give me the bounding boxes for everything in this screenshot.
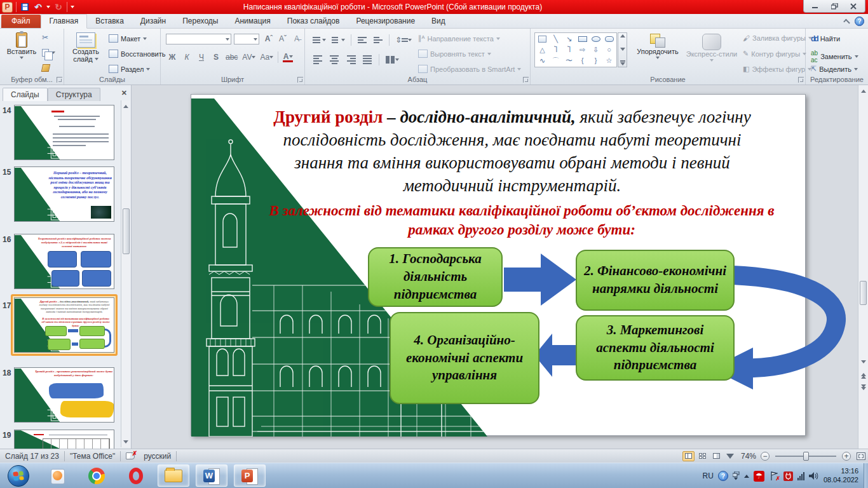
gallery-down-icon[interactable] xyxy=(620,48,625,51)
font-dialog-launcher[interactable] xyxy=(297,77,303,83)
shape-fill-button[interactable]: 🖌Заливка фигуры xyxy=(743,34,812,42)
show-desktop-button[interactable] xyxy=(864,463,868,488)
arrange-button[interactable]: Упорядочить xyxy=(632,34,683,59)
panel-scroll-down-icon[interactable] xyxy=(121,437,130,446)
bold-button[interactable]: Ж xyxy=(167,52,177,62)
slide-canvas[interactable]: Другий розділ – дослідно-аналітичний, як… xyxy=(191,94,806,436)
slide-thumbnail-15[interactable]: Перший розділ – теоретичний, містить тео… xyxy=(14,166,114,222)
shape-triangle-icon[interactable]: △ xyxy=(536,44,549,55)
select-button[interactable]: ⇱Выделить xyxy=(811,65,858,73)
box-4-organizational-economic[interactable]: 4. Організаційно-економічні аспекти упра… xyxy=(390,312,539,404)
help-icon[interactable]: ? xyxy=(855,17,864,26)
clipboard-dialog-launcher[interactable] xyxy=(57,77,62,83)
show-hidden-icons-button[interactable] xyxy=(744,475,749,478)
justify-button[interactable] xyxy=(362,55,372,65)
shape-effects-button[interactable]: ◧Эффекты фигур xyxy=(743,65,811,73)
drawing-dialog-launcher[interactable] xyxy=(798,77,804,83)
taskbar-word-button[interactable] xyxy=(196,464,227,487)
increase-indent-button[interactable] xyxy=(373,35,383,45)
scroll-up-icon[interactable] xyxy=(859,86,867,95)
collapse-ribbon-icon[interactable] xyxy=(843,19,850,26)
shape-textbox-icon[interactable] xyxy=(536,34,549,44)
tab-home[interactable]: Главная xyxy=(41,14,88,29)
copy-button[interactable] xyxy=(42,49,55,57)
taskbar-explorer-button[interactable] xyxy=(158,464,189,487)
slide-thumbnail-18[interactable]: Третій розділ - проектно-рекомендаційний… xyxy=(14,367,114,423)
zoom-slider[interactable] xyxy=(775,456,836,457)
box-3-marketing-aspects[interactable]: 3. Маркетингові аспекти діяльності підпр… xyxy=(576,315,735,381)
reading-view-button[interactable] xyxy=(710,451,722,461)
close-button[interactable] xyxy=(844,1,862,11)
align-right-button[interactable] xyxy=(346,55,356,65)
network-signal-icon[interactable] xyxy=(797,472,804,480)
shape-left-brace-icon[interactable]: { xyxy=(576,55,589,65)
tray-help-icon[interactable]: ? xyxy=(718,471,728,481)
tab-outline[interactable]: Структура xyxy=(48,88,100,101)
shapes-gallery[interactable]: ╲ ↘ △ Ⴈ Ⴈ ⇨ ⇩ ○ ∿ ⌒ 〜 { } ☆ xyxy=(534,32,617,67)
fit-to-window-button[interactable] xyxy=(857,452,865,460)
shape-arrow-icon[interactable]: ↘ xyxy=(562,34,576,44)
tab-file[interactable]: Файл xyxy=(1,15,41,28)
next-slide-button[interactable] xyxy=(859,383,867,391)
panel-scrollbar[interactable] xyxy=(121,100,130,447)
shape-rounded-rect-icon[interactable] xyxy=(602,34,616,44)
panel-scroll-up-icon[interactable] xyxy=(121,102,130,111)
text-direction-button[interactable]: ∥ᴬНаправление текста xyxy=(418,34,500,43)
shape-star-icon[interactable]: ☆ xyxy=(602,55,616,65)
quick-styles-button[interactable]: Экспресс-стили xyxy=(684,34,739,62)
box-2-financial-economic[interactable]: 2. Фінансово-економічні напрямки діяльно… xyxy=(576,250,735,311)
slide-thumbnail-19[interactable] xyxy=(14,430,114,449)
align-center-button[interactable] xyxy=(329,55,339,65)
paragraph-dialog-launcher[interactable] xyxy=(523,77,529,83)
tab-animations[interactable]: Анимация xyxy=(226,15,278,28)
paste-button[interactable]: Вставить xyxy=(5,32,38,59)
slideshow-view-button[interactable] xyxy=(724,451,736,461)
shape-oval-icon[interactable] xyxy=(589,34,602,44)
shape-right-brace-icon[interactable]: } xyxy=(589,55,602,65)
power-plug-icon[interactable] xyxy=(783,471,793,481)
grow-font-button[interactable]: Aˆ xyxy=(264,34,274,44)
convert-smartart-button[interactable]: Преобразовать в SmartArt xyxy=(418,65,521,73)
shapes-gallery-scroll[interactable] xyxy=(618,32,627,67)
columns-button[interactable] xyxy=(386,55,399,65)
tab-design[interactable]: Дизайн xyxy=(132,15,174,28)
panel-scroll-thumb[interactable] xyxy=(123,208,130,254)
gallery-up-icon[interactable] xyxy=(620,34,625,37)
tab-slides-thumbnails[interactable]: Слайды xyxy=(3,88,48,101)
font-size-combobox[interactable] xyxy=(234,34,259,44)
taskbar-chrome-icon[interactable] xyxy=(88,467,105,485)
shadow-button[interactable]: S xyxy=(211,52,221,62)
restore-button[interactable] xyxy=(825,1,843,11)
character-spacing-button[interactable]: AV xyxy=(242,52,255,62)
align-left-button[interactable] xyxy=(313,55,323,65)
normal-view-button[interactable] xyxy=(682,451,695,461)
tab-transitions[interactable]: Переходы xyxy=(174,15,226,28)
clear-formatting-button[interactable]: A̶ xyxy=(292,34,302,44)
scroll-thumb[interactable] xyxy=(860,281,867,305)
tab-insert[interactable]: Вставка xyxy=(87,15,132,28)
line-spacing-button[interactable]: ⇕ xyxy=(395,35,412,45)
shape-line-icon[interactable]: ╲ xyxy=(549,34,562,44)
action-center-flag-icon[interactable]: ✗ xyxy=(769,471,779,480)
shape-scribble-icon[interactable]: ∿ xyxy=(536,55,549,65)
section-button[interactable]: Раздел xyxy=(109,65,150,73)
scroll-down-icon[interactable] xyxy=(859,357,867,366)
shape-elbow-icon[interactable]: Ⴈ xyxy=(549,44,562,55)
slide-sorter-view-button[interactable] xyxy=(696,451,709,461)
taskbar-opera-icon[interactable] xyxy=(127,467,145,485)
start-button[interactable] xyxy=(8,465,29,487)
tab-review[interactable]: Рецензирование xyxy=(348,15,423,28)
shape-elbow-arrow-icon[interactable]: Ⴈ xyxy=(562,44,576,55)
slide-thumbnail-17-selected[interactable]: Другий розділ – дослідно-аналітичний, як… xyxy=(14,297,114,353)
spellcheck-icon[interactable]: ✗ xyxy=(126,452,137,461)
tab-slideshow[interactable]: Показ слайдов xyxy=(279,15,348,28)
layout-button[interactable]: Макет xyxy=(109,34,147,43)
find-button[interactable]: ddНайти xyxy=(811,34,840,43)
italic-button[interactable]: К xyxy=(182,52,192,62)
shape-right-arrow-icon[interactable]: ⇨ xyxy=(576,44,589,55)
zoom-slider-thumb[interactable] xyxy=(803,452,809,461)
previous-slide-button[interactable] xyxy=(859,371,867,380)
language-tray-indicator[interactable]: RU xyxy=(703,471,714,480)
shape-curve-icon[interactable]: 〜 xyxy=(562,55,576,65)
strikethrough-button[interactable]: abc xyxy=(226,52,238,62)
